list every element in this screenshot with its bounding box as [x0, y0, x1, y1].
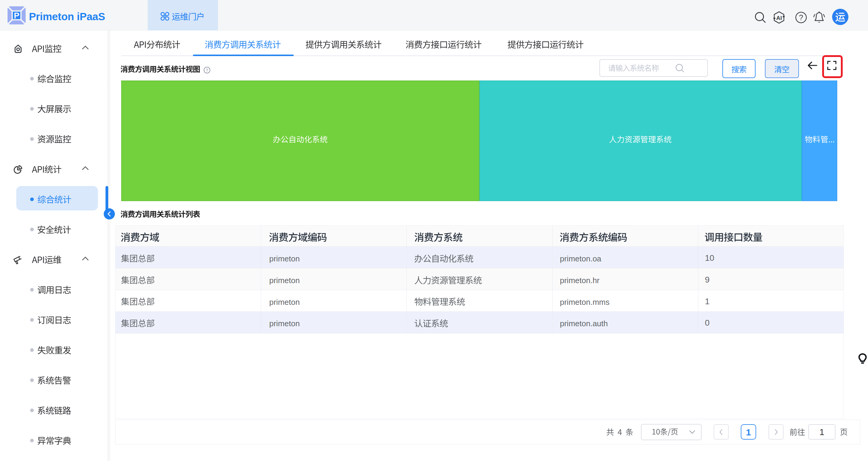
- svg-text:P: P: [14, 11, 19, 20]
- svg-text:AI: AI: [776, 15, 782, 21]
- svg-text:?: ?: [206, 68, 208, 73]
- svg-text:?: ?: [799, 13, 803, 22]
